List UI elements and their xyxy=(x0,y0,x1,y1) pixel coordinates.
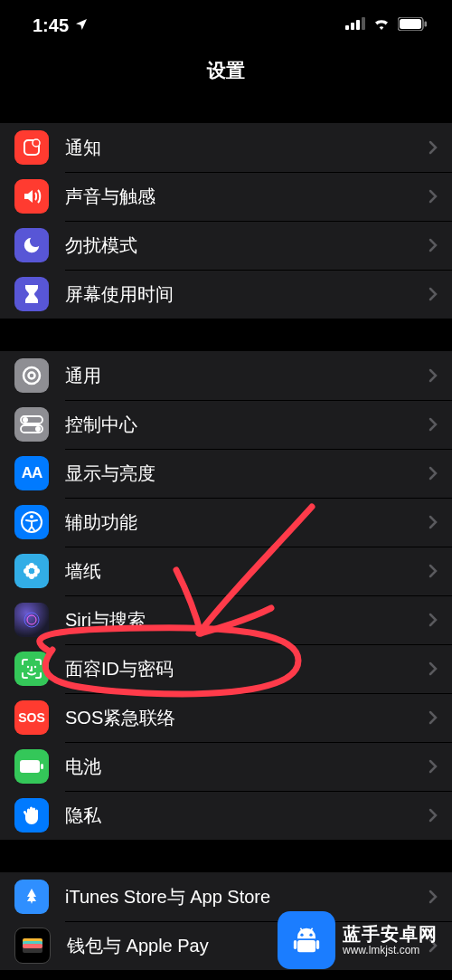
page-title: 设置 xyxy=(0,51,452,90)
chevron-right-icon xyxy=(428,238,438,252)
faceid-icon xyxy=(14,652,49,686)
row-display[interactable]: AA 显示与亮度 xyxy=(0,449,452,498)
row-label: 电池 xyxy=(65,755,428,779)
row-label: 勿扰模式 xyxy=(65,233,428,258)
text-size-icon: AA xyxy=(14,456,49,490)
svg-rect-2 xyxy=(356,20,360,30)
row-general[interactable]: 通用 xyxy=(0,351,452,400)
chevron-right-icon xyxy=(428,890,438,904)
status-left: 1:45 xyxy=(33,15,89,36)
row-label: 面容ID与密码 xyxy=(65,657,428,681)
svg-point-8 xyxy=(33,139,40,147)
svg-point-29 xyxy=(34,666,36,668)
row-screentime[interactable]: 屏幕使用时间 xyxy=(0,270,452,319)
svg-point-36 xyxy=(300,934,303,937)
svg-point-10 xyxy=(29,373,35,379)
cellular-icon xyxy=(345,17,365,33)
chevron-right-icon xyxy=(428,189,438,204)
row-label: 隐私 xyxy=(65,804,428,828)
row-label: 墙纸 xyxy=(65,559,428,584)
row-faceid[interactable]: 面容ID与密码 xyxy=(0,644,452,693)
svg-point-9 xyxy=(24,367,40,384)
svg-point-21 xyxy=(26,566,31,570)
chevron-right-icon xyxy=(428,661,438,676)
watermark: 蓝手安卓网 www.lmkjst.com xyxy=(272,909,443,971)
svg-rect-38 xyxy=(297,940,315,952)
row-accessibility[interactable]: 辅助功能 xyxy=(0,498,452,547)
row-label: 控制中心 xyxy=(65,413,428,437)
row-sounds[interactable]: 声音与触感 xyxy=(0,172,452,221)
settings-group-2: 通用 控制中心 AA 显示与亮度 辅助功能 墙纸 Siri与搜索 xyxy=(0,351,452,840)
chevron-right-icon xyxy=(428,466,438,480)
row-privacy[interactable]: 隐私 xyxy=(0,791,452,840)
appstore-icon xyxy=(14,880,49,914)
watermark-badge-icon xyxy=(278,911,335,969)
svg-point-22 xyxy=(33,566,38,570)
hand-icon xyxy=(14,798,49,833)
row-control-center[interactable]: 控制中心 xyxy=(0,400,452,449)
svg-point-27 xyxy=(27,615,36,624)
chevron-right-icon xyxy=(428,417,438,432)
svg-point-23 xyxy=(26,573,31,577)
location-icon xyxy=(74,15,89,36)
chevron-right-icon xyxy=(428,368,438,383)
battery-icon xyxy=(14,749,49,784)
chevron-right-icon xyxy=(428,564,438,578)
status-time: 1:45 xyxy=(33,15,69,36)
settings-group-1: 通知 声音与触感 勿扰模式 屏幕使用时间 xyxy=(0,123,452,319)
svg-point-28 xyxy=(27,666,29,668)
row-sos[interactable]: SOS SOS紧急联络 xyxy=(0,693,452,742)
chevron-right-icon xyxy=(428,759,438,774)
notifications-icon xyxy=(14,130,49,165)
status-bar: 1:45 xyxy=(0,0,452,51)
svg-rect-31 xyxy=(41,764,43,769)
svg-rect-39 xyxy=(294,940,297,949)
svg-rect-35 xyxy=(23,944,42,948)
wallet-icon xyxy=(14,928,51,964)
chevron-right-icon xyxy=(428,808,438,823)
battery-icon xyxy=(398,17,427,34)
siri-icon xyxy=(14,603,49,637)
row-label: 声音与触感 xyxy=(65,185,428,209)
gear-icon xyxy=(14,358,49,393)
chevron-right-icon xyxy=(428,287,438,301)
svg-rect-3 xyxy=(362,17,365,30)
hourglass-icon xyxy=(14,277,49,311)
switches-icon xyxy=(14,407,49,442)
row-label: SOS紧急联络 xyxy=(65,706,428,730)
svg-rect-40 xyxy=(316,940,319,949)
row-battery[interactable]: 电池 xyxy=(0,742,452,791)
wifi-icon xyxy=(372,17,391,33)
svg-point-12 xyxy=(23,417,28,423)
svg-point-14 xyxy=(35,426,41,432)
row-label: 辅助功能 xyxy=(65,510,428,535)
svg-point-24 xyxy=(33,573,38,577)
row-siri[interactable]: Siri与搜索 xyxy=(0,595,452,644)
watermark-name: 蓝手安卓网 xyxy=(343,924,438,945)
row-label: iTunes Store与 App Store xyxy=(65,885,428,909)
row-notifications[interactable]: 通知 xyxy=(0,123,452,172)
row-label: 通用 xyxy=(65,364,428,388)
row-label: 通知 xyxy=(65,136,428,160)
svg-rect-1 xyxy=(351,23,354,30)
chevron-right-icon xyxy=(428,515,438,529)
svg-point-16 xyxy=(30,515,33,519)
chevron-right-icon xyxy=(428,613,438,627)
speaker-icon xyxy=(14,179,49,214)
row-label: 屏幕使用时间 xyxy=(65,282,428,307)
watermark-url: www.lmkjst.com xyxy=(343,945,438,957)
chevron-right-icon xyxy=(428,140,438,155)
row-label: 显示与亮度 xyxy=(65,461,428,486)
svg-point-37 xyxy=(309,934,312,937)
svg-point-26 xyxy=(24,613,39,627)
chevron-right-icon xyxy=(428,710,438,725)
moon-icon xyxy=(14,228,49,262)
page-title-text: 设置 xyxy=(207,58,245,83)
flower-icon xyxy=(14,554,49,588)
svg-rect-0 xyxy=(345,25,349,30)
svg-rect-30 xyxy=(20,760,40,773)
accessibility-icon xyxy=(14,505,49,539)
row-dnd[interactable]: 勿扰模式 xyxy=(0,221,452,270)
svg-rect-6 xyxy=(425,21,428,26)
row-wallpaper[interactable]: 墙纸 xyxy=(0,547,452,595)
